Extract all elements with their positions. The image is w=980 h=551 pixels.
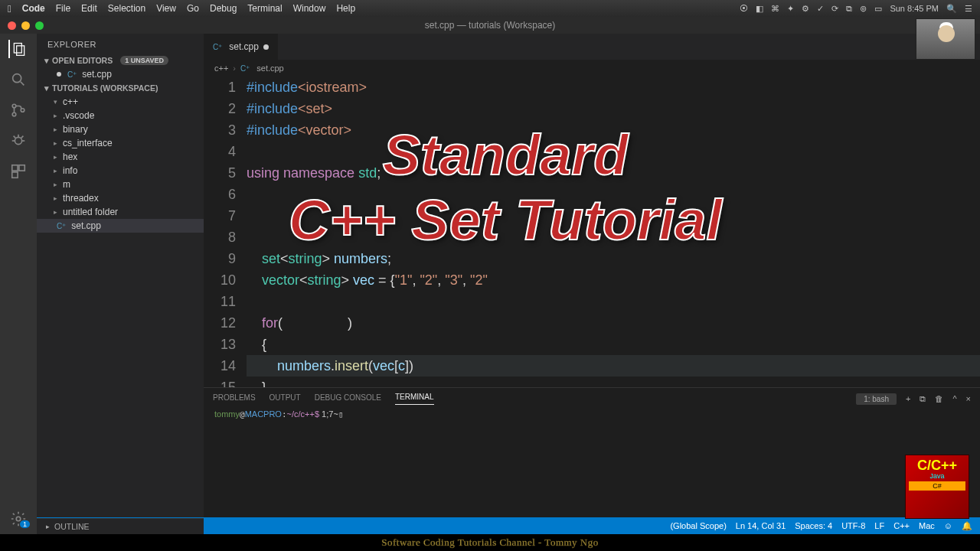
status-spaces[interactable]: Spaces: 4: [795, 521, 832, 530]
folder-item[interactable]: ▾c++: [37, 95, 204, 109]
activity-bar: [0, 34, 37, 517]
panel-tab-output[interactable]: OUTPUT: [270, 393, 301, 405]
menubar-status-icon[interactable]: ⟳: [831, 4, 838, 14]
video-caption: Software Coding Tutorials Channel - Tomm…: [0, 534, 980, 551]
panel-maximize-icon[interactable]: ^: [952, 394, 956, 403]
window-titlebar: set.cpp — tutorials (Workspace): [0, 17, 980, 34]
settings-gear[interactable]: 1: [0, 504, 37, 534]
notification-icon[interactable]: ☰: [965, 4, 972, 14]
folder-item[interactable]: ▸untitled folder: [37, 205, 204, 219]
menu-view[interactable]: View: [156, 3, 176, 14]
cpp-file-icon: C⁺: [67, 70, 77, 79]
folder-item[interactable]: ▸binary: [37, 122, 204, 136]
open-editor-item[interactable]: C⁺ set.cpp: [37, 67, 204, 81]
cpp-file-icon: C⁺: [57, 222, 66, 230]
workspace-header[interactable]: ▾TUTORIALS (WORKSPACE): [37, 81, 204, 95]
status-encoding[interactable]: UTF-8: [841, 521, 865, 530]
new-terminal-icon[interactable]: +: [906, 394, 910, 403]
menu-selection[interactable]: Selection: [108, 3, 145, 14]
folder-item[interactable]: ▸info: [37, 164, 204, 178]
menubar-status-icon[interactable]: ✦: [787, 4, 794, 14]
folder-item[interactable]: ▸cs_interface: [37, 136, 204, 150]
extensions-icon[interactable]: [9, 162, 28, 181]
sidebar-title: EXPLORER: [37, 34, 204, 54]
menubar-status-icon[interactable]: ◧: [756, 4, 763, 14]
panel-tab-debug-console[interactable]: DEBUG CONSOLE: [315, 393, 381, 405]
menu-help[interactable]: Help: [336, 3, 355, 14]
menu-debug[interactable]: Debug: [210, 3, 237, 14]
search-icon[interactable]: [9, 70, 28, 89]
cpp-file-icon: C⁺: [240, 64, 250, 73]
sidebar: EXPLORER ▾OPEN EDITORS 1 UNSAVED C⁺ set.…: [37, 34, 204, 517]
menubar-status-icon[interactable]: ⚙: [802, 4, 809, 14]
panel-tab-terminal[interactable]: TERMINAL: [395, 393, 434, 405]
editor-tabs: C⁺ set.cpp: [204, 34, 980, 60]
macos-menubar:  Code File Edit Selection View Go Debug…: [0, 0, 980, 17]
status-cursor-pos[interactable]: Ln 14, Col 31: [736, 521, 786, 530]
code-editor[interactable]: 12345678910111213141516 #include<iostrea…: [204, 77, 980, 387]
kill-terminal-icon[interactable]: 🗑: [935, 394, 943, 403]
settings-badge: 1: [20, 520, 30, 528]
outline-header[interactable]: OUTLINE: [37, 518, 204, 534]
menu-go[interactable]: Go: [187, 3, 199, 14]
svg-point-4: [12, 104, 16, 108]
svg-point-7: [15, 137, 21, 144]
menubar-status-icon[interactable]: ⌘: [771, 4, 779, 14]
status-eol[interactable]: LF: [874, 521, 884, 530]
clock[interactable]: Sun 8:45 PM: [890, 4, 939, 13]
folder-item[interactable]: ▸hex: [37, 150, 204, 164]
debug-icon[interactable]: [9, 132, 28, 150]
status-scope[interactable]: (Global Scope): [670, 521, 726, 530]
folder-item[interactable]: ▸.vscode: [37, 109, 204, 122]
file-item[interactable]: C⁺set.cpp: [37, 219, 204, 233]
menubar-right: ⦿ ◧ ⌘ ✦ ⚙ ✓ ⟳ ⧉ ⊚ ▭ Sun 8:45 PM 🔍 ☰: [740, 4, 972, 14]
webcam-thumbnail: [916, 18, 975, 60]
terminal[interactable]: tommy@MACPRO:~/c/c++$ 1;7~▯: [204, 405, 980, 517]
terminal-selector[interactable]: 1: bash: [856, 393, 897, 405]
svg-rect-13: [12, 165, 18, 171]
wifi-icon[interactable]: ⊚: [860, 4, 867, 14]
svg-rect-14: [19, 165, 24, 171]
explorer-icon[interactable]: [8, 40, 27, 58]
status-language[interactable]: C++: [893, 521, 910, 530]
panel-tabs: PROBLEMS OUTPUT DEBUG CONSOLE TERMINAL 1…: [204, 388, 980, 405]
panel-close-icon[interactable]: ×: [966, 394, 971, 403]
folder-item[interactable]: ▸threadex: [37, 191, 204, 205]
modified-dot-icon: [57, 72, 61, 77]
modified-dot-icon: [263, 44, 269, 50]
menubar-status-icon[interactable]: ✓: [817, 4, 824, 14]
source-control-icon[interactable]: [9, 101, 28, 119]
svg-point-5: [12, 112, 16, 116]
window-title: set.cpp — tutorials (Workspace): [0, 20, 980, 31]
svg-line-3: [21, 82, 24, 86]
status-bell-icon[interactable]: 🔔: [962, 521, 972, 531]
channel-logo: C/C++ Java C#: [905, 455, 969, 519]
folder-item[interactable]: ▸m: [37, 178, 204, 191]
spotlight-icon[interactable]: 🔍: [946, 4, 957, 14]
svg-line-12: [21, 136, 24, 139]
menubar-status-icon[interactable]: ⧉: [846, 4, 852, 14]
open-editors-header[interactable]: ▾OPEN EDITORS 1 UNSAVED: [37, 54, 204, 67]
status-feedback-icon[interactable]: ☺: [944, 521, 952, 530]
svg-point-6: [21, 109, 24, 112]
apple-menu-icon[interactable]: : [8, 3, 11, 15]
split-terminal-icon[interactable]: ⧉: [920, 394, 926, 404]
menubar-status-icon[interactable]: ⦿: [740, 4, 748, 13]
menu-window[interactable]: Window: [293, 3, 326, 14]
menu-file[interactable]: File: [56, 3, 70, 14]
bottom-panel: PROBLEMS OUTPUT DEBUG CONSOLE TERMINAL 1…: [204, 387, 980, 517]
app-name[interactable]: Code: [22, 3, 45, 14]
unsaved-badge: 1 UNSAVED: [120, 56, 168, 65]
status-os[interactable]: Mac: [919, 521, 935, 530]
menu-edit[interactable]: Edit: [81, 3, 97, 14]
battery-icon[interactable]: ▭: [874, 4, 882, 14]
svg-rect-1: [17, 46, 24, 56]
panel-tab-problems[interactable]: PROBLEMS: [213, 393, 256, 405]
menu-terminal[interactable]: Terminal: [247, 3, 282, 14]
editor-group: C⁺ set.cpp c++› C⁺ set.cpp 1234567891011…: [204, 34, 980, 517]
tab-setcpp[interactable]: C⁺ set.cpp: [204, 34, 279, 60]
svg-rect-15: [12, 172, 18, 178]
vscode-workbench: EXPLORER ▾OPEN EDITORS 1 UNSAVED C⁺ set.…: [0, 34, 980, 517]
cpp-file-icon: C⁺: [213, 43, 222, 51]
breadcrumb[interactable]: c++› C⁺ set.cpp: [204, 60, 980, 77]
